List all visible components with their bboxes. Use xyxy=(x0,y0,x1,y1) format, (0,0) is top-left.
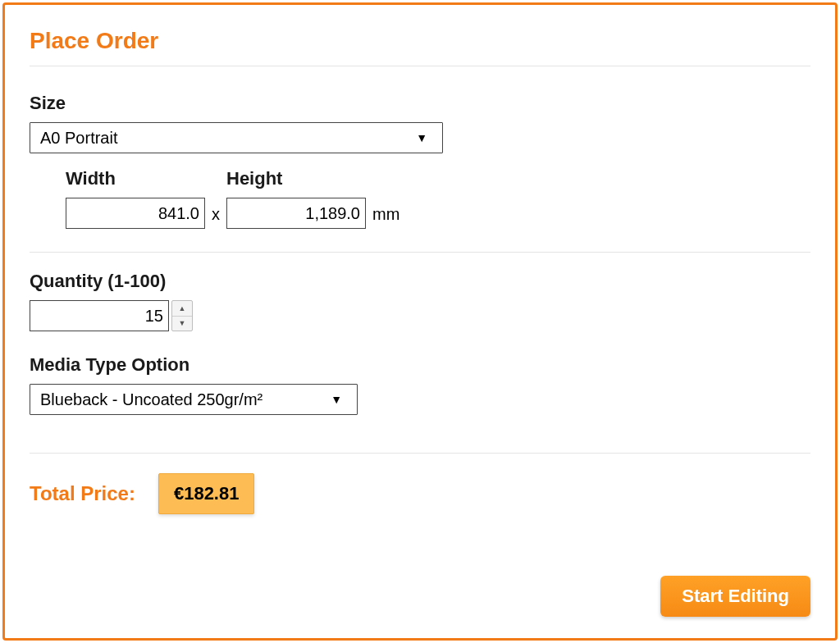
stepper-up-icon[interactable]: ▲ xyxy=(172,301,192,317)
total-row: Total Price: €182.81 xyxy=(30,473,810,514)
dimensions-row: Width x Height mm xyxy=(66,168,810,229)
size-select-value: A0 Portrait xyxy=(40,129,432,148)
media-label: Media Type Option xyxy=(30,354,810,376)
media-select-value: Blueback - Uncoated 250gr/m² xyxy=(40,390,347,409)
quantity-row: ▲ ▼ xyxy=(30,300,810,331)
width-label: Width xyxy=(66,168,205,189)
width-input[interactable] xyxy=(66,198,205,229)
media-select[interactable]: Blueback - Uncoated 250gr/m² ▼ xyxy=(30,384,358,415)
size-section: Size A0 Portrait ▼ Width x Height mm xyxy=(30,93,810,244)
divider xyxy=(30,252,810,253)
divider xyxy=(30,453,810,454)
action-row: Start Editing xyxy=(660,576,810,617)
stepper-down-icon[interactable]: ▼ xyxy=(172,317,192,331)
dimension-unit: mm xyxy=(366,205,399,229)
quantity-section: Quantity (1-100) ▲ ▼ xyxy=(30,271,810,346)
total-price-label: Total Price: xyxy=(30,482,135,505)
height-label: Height xyxy=(226,168,366,189)
panel-title: Place Order xyxy=(30,28,810,66)
chevron-down-icon: ▼ xyxy=(331,393,342,406)
quantity-stepper: ▲ ▼ xyxy=(171,300,193,331)
place-order-panel: Place Order Size A0 Portrait ▼ Width x H… xyxy=(2,2,838,641)
size-label: Size xyxy=(30,93,810,114)
start-editing-button[interactable]: Start Editing xyxy=(660,576,810,617)
size-select[interactable]: A0 Portrait ▼ xyxy=(30,122,443,153)
chevron-down-icon: ▼ xyxy=(416,131,427,144)
dimension-separator: x xyxy=(205,205,226,229)
quantity-label: Quantity (1-100) xyxy=(30,271,810,292)
height-column: Height xyxy=(226,168,366,229)
width-column: Width xyxy=(66,168,205,229)
total-price-badge: €182.81 xyxy=(158,473,255,514)
media-section: Media Type Option Blueback - Uncoated 25… xyxy=(30,354,810,430)
height-input[interactable] xyxy=(226,198,366,229)
quantity-input[interactable] xyxy=(30,300,169,331)
